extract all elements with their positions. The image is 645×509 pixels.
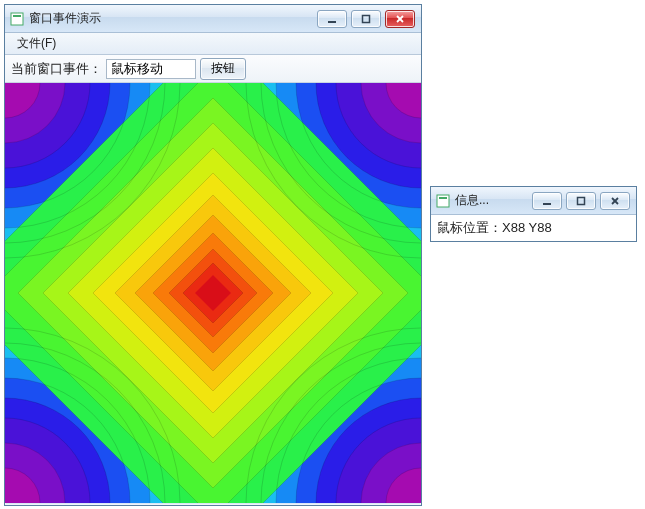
- main-title: 窗口事件演示: [29, 10, 317, 27]
- mouse-position-text: 鼠标位置：X88 Y88: [437, 220, 552, 235]
- info-body: 鼠标位置：X88 Y88: [431, 215, 636, 241]
- minimize-button[interactable]: [317, 10, 347, 28]
- svg-rect-101: [578, 197, 585, 204]
- app-icon: [435, 193, 451, 209]
- event-label: 当前窗口事件：: [11, 60, 102, 78]
- svg-rect-3: [363, 15, 370, 22]
- client-area[interactable]: [5, 83, 421, 503]
- close-button[interactable]: [385, 10, 415, 28]
- svg-rect-1: [13, 15, 21, 17]
- svg-rect-2: [328, 21, 336, 23]
- svg-rect-99: [439, 197, 447, 199]
- maximize-button[interactable]: [351, 10, 381, 28]
- info-title: 信息...: [455, 192, 532, 209]
- main-window: 窗口事件演示 文件(F) 当前窗口事件： 按钮: [4, 4, 422, 506]
- close-button[interactable]: [600, 192, 630, 210]
- toolbar: 当前窗口事件： 按钮: [5, 55, 421, 83]
- main-window-controls: [317, 10, 421, 28]
- minimize-button[interactable]: [532, 192, 562, 210]
- action-button[interactable]: 按钮: [200, 58, 246, 80]
- info-titlebar[interactable]: 信息...: [431, 187, 636, 215]
- rainbow-pattern: [5, 83, 421, 503]
- svg-rect-0: [11, 13, 23, 25]
- info-window: 信息... 鼠标位置：X88 Y88: [430, 186, 637, 242]
- info-window-controls: [532, 192, 636, 210]
- main-titlebar[interactable]: 窗口事件演示: [5, 5, 421, 33]
- svg-rect-98: [437, 195, 449, 207]
- menu-file[interactable]: 文件(F): [11, 33, 62, 54]
- menubar: 文件(F): [5, 33, 421, 55]
- svg-rect-100: [543, 203, 551, 205]
- maximize-button[interactable]: [566, 192, 596, 210]
- event-input[interactable]: [106, 59, 196, 79]
- app-icon: [9, 11, 25, 27]
